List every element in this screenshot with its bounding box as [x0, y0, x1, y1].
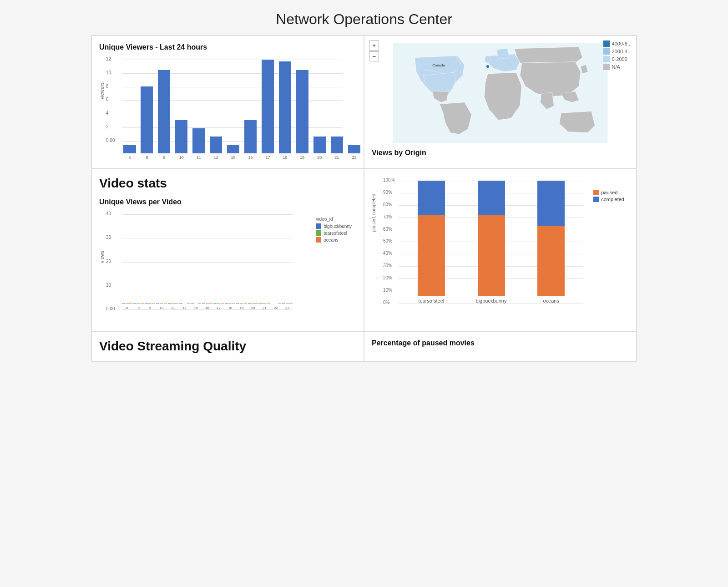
multi-bar-group: 10	[156, 214, 167, 310]
multi-bars-container: 689101112151617181920212223	[122, 214, 293, 310]
mini-bar	[137, 304, 140, 304]
multi-bar-group: 9	[145, 214, 155, 310]
paused-completed-panel: paused, completed 100%90%80%70%60%50%40%…	[364, 168, 637, 331]
stacked-legend-item: paused	[593, 190, 624, 195]
bar-group: 18	[277, 60, 293, 160]
mini-bar	[278, 304, 281, 304]
mini-bar	[206, 304, 209, 304]
multi-bar-group: 6	[122, 214, 132, 310]
stacked-y-axis: paused, completed	[371, 194, 376, 233]
bar-group: 8	[139, 60, 155, 160]
map-legend: 4000-6...2000-4...0-2000N/A	[603, 40, 632, 71]
mini-bar	[191, 304, 194, 304]
mini-bar	[152, 304, 155, 304]
page-title: Network Operations Center	[0, 0, 728, 35]
multi-legend: video_idbigbuckbunnytearsofsteeloceans	[316, 217, 352, 244]
unique-viewers-title: Unique Viewers - Last 24 hours	[99, 43, 356, 51]
multi-bar-chart: views 403020100.00 689101112151617181920…	[99, 210, 356, 324]
zoom-out-button[interactable]: −	[369, 51, 379, 61]
mini-bar	[255, 304, 258, 304]
bar	[244, 120, 257, 153]
bar	[192, 128, 205, 153]
bar-group: 20	[312, 60, 327, 160]
bar-group: 11	[191, 60, 207, 160]
unique-views-section: Unique Views per Video views 403020100.0…	[99, 198, 356, 324]
bar-group: 16	[243, 60, 258, 160]
bar-group: 19	[294, 60, 310, 160]
multi-bar-group: 22	[271, 214, 281, 310]
multi-bar-group: 21	[259, 214, 270, 310]
mini-bar	[282, 304, 285, 304]
bar	[313, 137, 326, 153]
paused-movies-panel: Percentage of paused movies	[364, 331, 637, 361]
streaming-quality-panel: Video Streaming Quality	[91, 331, 364, 361]
mini-bar	[122, 304, 125, 304]
legend-color	[603, 48, 610, 55]
bar	[331, 137, 343, 153]
multi-bar-group: 11	[168, 214, 178, 310]
mini-bar	[187, 304, 190, 304]
mini-bar	[129, 304, 132, 304]
mini-bar	[168, 304, 171, 304]
mini-bar	[217, 304, 220, 304]
mini-bar	[175, 304, 178, 304]
mini-bar	[126, 304, 129, 304]
mini-bar	[259, 304, 263, 304]
multi-bar-group: 19	[236, 214, 247, 310]
bar-group: 12	[208, 60, 224, 160]
mini-bar	[286, 304, 289, 304]
bar-group: 22	[346, 60, 362, 160]
video-stats-panel: Video stats Unique Views per Video views…	[91, 168, 364, 331]
zoom-in-button[interactable]: +	[369, 40, 379, 51]
svg-text:Canada: Canada	[432, 63, 445, 67]
bars-container: 689101112151617181920212223	[122, 60, 379, 160]
mini-bar	[225, 304, 228, 304]
paused-segment	[478, 215, 505, 296]
mini-bar	[240, 304, 243, 304]
views-y-axis: views	[99, 251, 105, 263]
mini-bar	[145, 304, 148, 304]
bar	[158, 70, 170, 153]
mini-bar	[164, 304, 167, 304]
bar-group: 17	[260, 60, 276, 160]
multi-bar-group: 16	[202, 214, 212, 310]
mini-bar	[179, 304, 182, 304]
multi-bar-group: 20	[248, 214, 258, 310]
legend-color	[603, 56, 610, 62]
stacked-chart: paused, completed 100%90%80%70%60%50%40%…	[372, 176, 629, 322]
multi-bar-group: 12	[179, 214, 190, 310]
mini-bar	[232, 304, 235, 304]
multi-bar-group: 23	[282, 214, 293, 310]
mini-bar	[289, 304, 293, 304]
unique-viewers-panel: Unique Viewers - Last 24 hours viewers 1…	[91, 35, 364, 168]
bar-chart-wrapper: viewers 121086420.00 6891011121516171819…	[99, 55, 356, 155]
paused-segment	[418, 215, 445, 296]
mini-bar	[252, 304, 255, 304]
paused-segment	[537, 226, 565, 296]
stacked-legend: pausedcompleted	[593, 190, 624, 203]
streaming-quality-title: Video Streaming Quality	[99, 339, 356, 354]
bar	[175, 120, 187, 153]
bar	[279, 61, 291, 153]
mini-bar	[133, 304, 136, 304]
mini-bar	[141, 304, 144, 304]
map-panel: + − 4000-6...2000-4...0-2000N/A	[364, 35, 637, 168]
mini-bar	[148, 304, 152, 304]
mini-bar	[156, 304, 159, 304]
dashboard-grid: Unique Viewers - Last 24 hours viewers 1…	[91, 35, 637, 362]
views-origin-title: Views by Origin	[372, 149, 629, 157]
legend-item: N/A	[603, 64, 632, 70]
bar	[210, 137, 222, 153]
mini-bar	[213, 304, 217, 304]
y-axis-label: viewers	[99, 82, 105, 99]
unique-viewers-chart: viewers 121086420.00 6891011121516171819…	[99, 55, 356, 155]
map-controls[interactable]: + −	[369, 40, 379, 61]
mini-bar	[244, 304, 247, 304]
mini-bar	[228, 304, 232, 304]
legend-item: 0-2000	[603, 56, 632, 62]
legend-item: bigbuckbunny	[316, 223, 352, 229]
bar-group: 6	[122, 60, 137, 160]
svg-point-3	[486, 65, 489, 68]
mini-bar	[202, 304, 205, 304]
bar-group: 9	[157, 60, 172, 160]
